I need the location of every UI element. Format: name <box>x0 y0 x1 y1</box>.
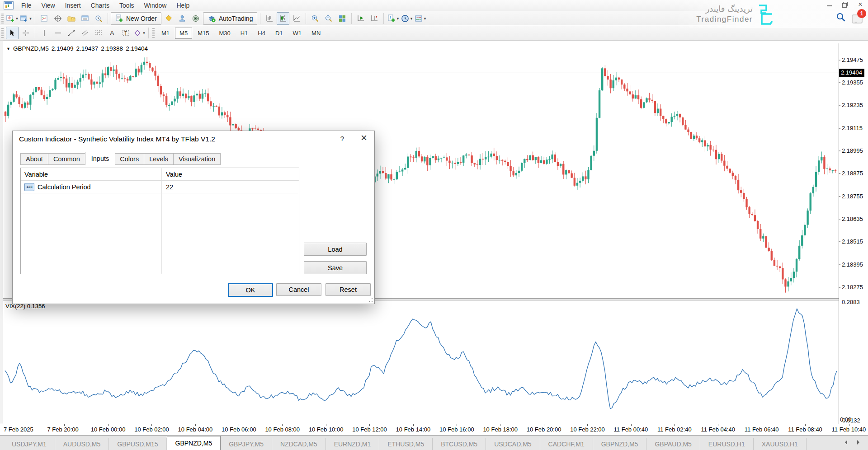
autotrading-button[interactable]: AutoTrading <box>203 12 258 25</box>
arrows-button[interactable]: ▾ <box>133 27 146 39</box>
strategy-tester-button[interactable] <box>92 12 105 25</box>
vix-indicator-chart[interactable] <box>3 301 839 424</box>
chevron-down-icon: ▾ <box>424 16 426 21</box>
timeframe-m30[interactable]: M30 <box>214 28 235 39</box>
price-tick: 2.18995 <box>839 147 863 154</box>
timeframe-h1[interactable]: H1 <box>236 28 253 39</box>
tab-scroll-right-icon[interactable] <box>857 440 862 445</box>
chart-tab-eurnzd-m1[interactable]: EURNZD,M1 <box>326 438 380 450</box>
menu-window[interactable]: Window <box>139 0 172 10</box>
reset-button[interactable]: Reset <box>326 283 371 296</box>
chart-tab-eurusd-h1[interactable]: EURUSD,H1 <box>700 438 754 450</box>
toolbar-grip[interactable] <box>1 28 4 38</box>
menu-file[interactable]: File <box>16 0 37 10</box>
zoom-in-button[interactable] <box>309 12 321 25</box>
table-row[interactable]: 123 Calculation Period 22 <box>21 181 299 193</box>
load-button[interactable]: Load <box>304 243 367 256</box>
line-chart-mode-button[interactable] <box>290 12 303 25</box>
terminal-button[interactable] <box>79 12 91 25</box>
channel-button[interactable] <box>79 27 91 39</box>
chart-tab-xauusd-h1[interactable]: XAUUSD,H1 <box>754 438 807 450</box>
chart-shift-button[interactable] <box>368 12 381 25</box>
cursor-button[interactable] <box>6 27 19 39</box>
crosshair-button[interactable] <box>19 27 32 39</box>
new-chart-button[interactable]: ▾ <box>6 12 19 25</box>
profiles-button[interactable]: ▾ <box>19 12 32 25</box>
chart-tab-gbpjpy-m5[interactable]: GBPJPY,M5 <box>221 438 272 450</box>
price-tick: 2.19235 <box>839 102 863 108</box>
chart-tab-gbpnzd-m5[interactable]: GBPNZD,M5 <box>593 438 647 450</box>
chart-tab-audusd-m5[interactable]: AUDUSD,M5 <box>55 438 109 450</box>
dialog-tab-about[interactable]: About <box>20 153 48 165</box>
dialog-tab-inputs[interactable]: Inputs <box>85 152 116 165</box>
timeframe-d1[interactable]: D1 <box>271 28 288 39</box>
auto-scroll-button[interactable] <box>354 12 367 25</box>
chart-tab-cadchf-m1[interactable]: CADCHF,M1 <box>540 438 593 450</box>
trendline-button[interactable] <box>65 27 78 39</box>
market-watch-button[interactable] <box>38 12 51 25</box>
dialog-tab-common[interactable]: Common <box>48 153 85 165</box>
timeframe-m5[interactable]: M5 <box>175 28 192 39</box>
chart-tab-usdcad-m5[interactable]: USDCAD,M5 <box>486 438 540 450</box>
chart-tab-ethusd-m5[interactable]: ETHUSD,M5 <box>379 438 433 450</box>
bar-chart-mode-button[interactable] <box>263 12 276 25</box>
menu-insert[interactable]: Insert <box>60 0 86 10</box>
toolbar-grip[interactable] <box>1 14 4 23</box>
signals-button[interactable] <box>189 12 202 25</box>
time-axis[interactable]: 7 Feb 20257 Feb 20:0010 Feb 00:0010 Feb … <box>0 424 868 436</box>
timeframe-mn[interactable]: MN <box>307 28 325 39</box>
tab-scroll-left-icon[interactable] <box>843 440 847 445</box>
toolbar-grip[interactable] <box>152 28 155 38</box>
chart-tab-gbpnzd-m5[interactable]: GBPNZD,M5 <box>167 436 221 450</box>
variable-value[interactable]: 22 <box>161 183 173 191</box>
dialog-close-button[interactable]: × <box>358 132 370 144</box>
candlestick-mode-button[interactable] <box>277 12 289 25</box>
navigator-button[interactable] <box>65 12 78 25</box>
new-order-button[interactable]: New Order <box>111 12 161 25</box>
menu-charts[interactable]: Charts <box>86 0 114 10</box>
menu-help[interactable]: Help <box>171 0 194 10</box>
restore-button[interactable] <box>842 1 848 8</box>
chart-tab-gbpaud-m5[interactable]: GBPAUD,M5 <box>646 438 700 450</box>
dialog-help-button[interactable]: ? <box>337 135 347 142</box>
dialog-tab-visualization[interactable]: Visualization <box>174 153 221 165</box>
cancel-button[interactable]: Cancel <box>276 283 321 296</box>
resize-grip[interactable] <box>368 298 373 302</box>
timeframe-m1[interactable]: M1 <box>157 28 174 39</box>
menu-view[interactable]: View <box>37 0 60 10</box>
timeframe-h4[interactable]: H4 <box>253 28 270 39</box>
chart-tab-btcusd-m5[interactable]: BTCUSD,M5 <box>433 438 486 450</box>
notifications-button[interactable]: 1 <box>852 12 865 23</box>
time-tick <box>369 424 370 426</box>
fibonacci-icon <box>94 29 103 37</box>
dialog-tab-colors[interactable]: Colors <box>115 153 144 165</box>
templates-button[interactable]: ▾ <box>414 12 426 25</box>
horizontal-line-button[interactable] <box>52 27 64 39</box>
save-button[interactable]: Save <box>304 261 367 274</box>
community-button[interactable] <box>176 12 189 25</box>
indicators-button[interactable]: f ▾ <box>387 12 399 25</box>
periods-button[interactable]: ▾ <box>400 12 413 25</box>
ok-button[interactable]: OK <box>228 283 273 297</box>
text-label-button[interactable]: T <box>119 27 132 39</box>
chart-tab-nzdcad-m5[interactable]: NZDCAD,M5 <box>272 438 326 450</box>
menu-tools[interactable]: Tools <box>114 0 139 10</box>
timeframe-m15[interactable]: M15 <box>193 28 213 39</box>
minimize-button[interactable] <box>826 1 833 8</box>
chart-tab-gbpusd-m15[interactable]: GBPUSD,M15 <box>109 438 166 450</box>
search-icon[interactable] <box>835 12 846 23</box>
chart-tab-usdjpy-m1[interactable]: USDJPY,M1 <box>4 438 55 450</box>
zoom-out-button[interactable] <box>322 12 335 25</box>
chart-symbol-title[interactable]: ▼ GBPNZD,M5 2.19409 2.19437 2.19388 2.19… <box>6 45 148 52</box>
data-window-button[interactable] <box>52 12 64 25</box>
dialog-tab-levels[interactable]: Levels <box>144 153 174 165</box>
timeframe-w1[interactable]: W1 <box>288 28 307 39</box>
text-button[interactable]: A <box>106 27 118 39</box>
tile-windows-button[interactable] <box>336 12 349 25</box>
vertical-line-button[interactable] <box>38 27 51 39</box>
metaeditor-button[interactable] <box>162 12 175 25</box>
price-scale[interactable]: 2.194752.193552.192352.191152.189952.188… <box>839 43 868 298</box>
close-window-button[interactable]: × <box>857 1 863 8</box>
time-tick <box>762 424 762 426</box>
fibonacci-button[interactable] <box>92 27 105 39</box>
